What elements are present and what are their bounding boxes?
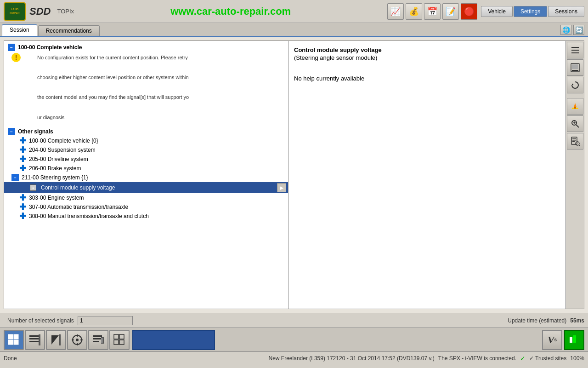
status-count-value: 1 [78,316,133,325]
item-303-row[interactable]: ✚ 303-00 Engine system [4,193,288,202]
logo-area: LANDROVER SDD TOPIx [4,2,74,21]
item-307-label: 307-00 Automatic transmission/transaxle [29,204,128,210]
main-content: − 100-00 Complete vehicle ! No configura… [0,37,588,313]
control-module-label: Control module supply voltage [39,184,274,191]
help-icon-btn[interactable]: 💰 [406,3,422,20]
alert-icon-btn[interactable]: 🔴 [461,3,477,20]
item-206-row[interactable]: ✚ 206-00 Brake system [4,164,288,173]
right-subtitle: (Steering angle sensor module) [294,54,560,61]
bottom-toolbar: V s [0,328,588,351]
status-bar: Number of selected signals 1 Update time… [0,313,588,328]
green-status-btn[interactable] [564,330,584,350]
warning-text7: ur diagnosis [37,113,189,123]
svg-rect-8 [574,107,576,109]
other-signals-expand-icon[interactable]: − [8,128,15,135]
svg-rect-44 [570,337,572,343]
svg-rect-42 [114,340,119,345]
svg-rect-4 [572,64,578,69]
item-100-cross-icon: ✚ [19,137,26,144]
item-206-label: 206-00 Brake system [29,165,81,172]
toolbar-btn-3[interactable] [67,330,87,350]
right-sidebar [566,40,584,309]
svg-line-10 [576,125,579,127]
svg-rect-19 [8,334,13,339]
svg-rect-46 [577,338,579,343]
toolbar-btn-2[interactable] [46,330,66,350]
other-signals-row[interactable]: − Other signals [4,127,288,136]
toolbar-btn-5[interactable] [109,330,130,350]
item-211-row[interactable]: − 211-00 Steering system {1} [4,173,288,182]
progress-bar [132,330,215,350]
globe-icon-btn[interactable]: 🌐 [560,25,571,35]
svg-marker-27 [51,335,59,345]
item-308-row[interactable]: ✚ 308-00 Manual transmission/transaxle a… [4,212,288,221]
item-205-cross-icon: ✚ [19,155,26,163]
v-button[interactable]: V s [542,330,562,350]
svg-rect-13 [571,137,577,144]
svg-marker-6 [572,83,574,85]
settings-nav-btn[interactable]: Settings [514,6,547,17]
toolbar-btn-1[interactable] [25,330,45,350]
trusted-icon: ✓ [520,355,526,362]
session-info-text: New Freelander (L359) 172120 - 31 Oct 20… [269,355,435,362]
item-307-row[interactable]: ✚ 307-00 Automatic transmission/transaxl… [4,202,288,212]
right-panel: Control module supply voltage (Steering … [288,40,566,309]
svg-rect-37 [93,341,99,342]
status-count-label: Number of selected signals [7,317,74,324]
control-module-checkbox[interactable]: ▪ [30,184,36,191]
svg-line-18 [579,145,580,146]
right-title: Control module supply voltage [294,46,560,53]
svg-rect-22 [14,340,18,345]
svg-rect-0 [571,47,579,48]
warning-text3: choosing either higher content level pos… [37,73,189,83]
section1-expand-icon[interactable]: − [8,44,15,51]
done-text: Done [4,355,269,362]
svg-rect-35 [93,335,102,337]
item-control-module-row[interactable]: ▪ Control module supply voltage ▶ [4,182,288,193]
item-205-row[interactable]: ✚ 205-00 Driveline system [4,155,288,164]
item-211-expand-icon[interactable]: − [11,174,19,181]
doc-search-sidebar-btn[interactable] [567,133,583,150]
top-icons: 📈 💰 📅 📝 🔴 [387,3,477,20]
svg-rect-45 [573,335,576,343]
sessions-nav-btn[interactable]: Sessions [548,6,584,17]
calendar-icon-btn[interactable]: 📅 [424,3,441,20]
warning-icon: ! [11,53,21,62]
warning-item: ! No configuration exists for the curren… [4,52,288,123]
svg-rect-14 [572,138,576,139]
warning-text5: the content model and you may find the s… [37,92,189,103]
recommendations-tab[interactable]: Recommendations [38,25,100,36]
refresh-sidebar-btn[interactable] [567,77,583,93]
image-sidebar-btn[interactable] [567,59,583,76]
svg-rect-25 [29,341,39,342]
item-204-cross-icon: ✚ [19,146,26,154]
item-100-row[interactable]: ✚ 100-00 Complete vehicle {0} [4,136,288,145]
item-204-row[interactable]: ✚ 204-00 Suspension system [4,145,288,155]
vehicle-nav-btn[interactable]: Vehicle [481,6,513,17]
play-btn[interactable]: ▶ [277,183,286,192]
svg-rect-43 [119,340,124,345]
refresh-tab-icon-btn[interactable]: 🔄 [573,25,584,35]
toolbar-btn-4[interactable] [88,330,108,350]
other-signals-label: Other signals [18,128,53,135]
list-sidebar-btn[interactable] [567,42,583,58]
tab-right-icons: 🌐 🔄 [560,25,588,36]
svg-rect-28 [59,334,61,345]
svg-rect-20 [14,334,18,339]
highlight-sidebar-btn[interactable] [567,98,583,115]
left-scroll-area[interactable]: − 100-00 Complete vehicle ! No configura… [4,41,288,309]
land-rover-logo: LANDROVER [4,2,26,21]
svg-rect-24 [29,338,39,339]
section1-row[interactable]: − 100-00 Complete vehicle [4,43,288,52]
svg-rect-16 [572,141,575,142]
item-303-cross-icon: ✚ [19,194,26,201]
very-bottom: Done New Freelander (L359) 172120 - 31 O… [0,351,588,364]
toolbar-btn-0[interactable] [4,330,24,350]
session-tab[interactable]: Session [2,24,37,36]
topix-label: TOPIx [57,8,74,15]
item-308-cross-icon: ✚ [19,213,26,220]
note-icon-btn[interactable]: 📝 [442,3,459,20]
toolbar-right: V s [542,330,584,350]
zoom-search-sidebar-btn[interactable] [567,115,583,132]
analytics-icon-btn[interactable]: 📈 [387,3,404,20]
